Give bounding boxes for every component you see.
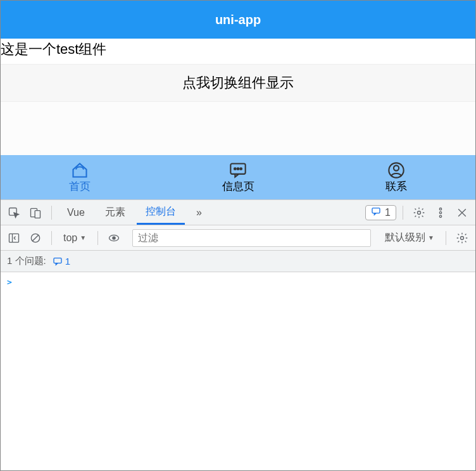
close-devtools-button[interactable] xyxy=(453,203,472,222)
separator xyxy=(51,206,52,220)
app-header: uni-app xyxy=(1,1,475,39)
devtools-tab-elements[interactable]: 元素 xyxy=(96,200,134,225)
dropdown-caret-icon: ▼ xyxy=(428,234,434,241)
issues-bar: 1 个问题: 1 xyxy=(1,251,475,272)
console-settings-button[interactable] xyxy=(453,229,472,248)
message-icon xyxy=(371,206,381,219)
toggle-component-button[interactable]: 点我切换组件显示 xyxy=(1,64,475,102)
separator xyxy=(446,231,446,245)
log-level-label: 默认级别 xyxy=(385,231,425,244)
console-sidebar-toggle[interactable] xyxy=(4,229,23,248)
separator xyxy=(97,231,98,245)
kebab-menu-button[interactable] xyxy=(431,203,450,222)
svg-point-11 xyxy=(439,208,441,210)
svg-point-17 xyxy=(113,236,115,239)
home-icon xyxy=(71,161,89,178)
settings-button[interactable] xyxy=(410,203,429,222)
devtools-tab-vue[interactable]: Vue xyxy=(58,200,94,225)
chat-icon xyxy=(229,161,247,178)
tab-contact-label: 联系 xyxy=(385,179,407,194)
console-toolbar: top ▼ 默认级别 ▼ xyxy=(1,225,475,251)
issues-label: 1 个问题: xyxy=(7,255,46,267)
tab-bar: 首页 信息页 联系 xyxy=(1,155,475,199)
clear-console-button[interactable] xyxy=(26,229,45,248)
issues-badge[interactable]: 1 xyxy=(53,256,70,267)
context-selector-label: top xyxy=(63,232,77,244)
svg-point-5 xyxy=(394,165,399,170)
tab-home-label: 首页 xyxy=(69,179,91,194)
console-prompt: > xyxy=(7,277,12,287)
log-level-selector[interactable]: 默认级别 ▼ xyxy=(380,230,439,246)
context-selector[interactable]: top ▼ xyxy=(58,231,91,245)
issues-count: 1 xyxy=(65,256,70,267)
component-text: 这是一个test组件 xyxy=(1,39,475,60)
svg-point-18 xyxy=(461,236,464,239)
messages-badge[interactable]: 1 xyxy=(365,205,396,220)
toggle-component-label: 点我切换组件显示 xyxy=(182,75,294,91)
separator xyxy=(51,231,52,245)
devtools-panel: Vue 元素 控制台 » 1 top ▼ xyxy=(1,199,475,465)
dropdown-caret-icon: ▼ xyxy=(80,234,86,241)
svg-point-3 xyxy=(240,168,242,170)
svg-point-10 xyxy=(418,211,421,214)
svg-rect-9 xyxy=(372,208,380,213)
console-body[interactable]: > xyxy=(1,272,475,465)
devtools-tab-console[interactable]: 控制台 xyxy=(137,200,185,225)
console-filter-input[interactable] xyxy=(132,229,371,247)
live-expression-button[interactable] xyxy=(104,229,123,248)
app-title: uni-app xyxy=(215,13,261,27)
svg-point-2 xyxy=(237,168,239,170)
blank-area xyxy=(1,102,475,155)
devtools-more-tabs[interactable]: » xyxy=(187,200,211,225)
separator xyxy=(403,206,403,220)
svg-point-12 xyxy=(439,211,441,213)
messages-count: 1 xyxy=(385,207,391,218)
svg-point-13 xyxy=(439,215,441,217)
user-icon xyxy=(387,161,405,178)
tab-contact[interactable]: 联系 xyxy=(317,155,475,199)
inspect-element-button[interactable] xyxy=(4,203,23,222)
tab-messages[interactable]: 信息页 xyxy=(159,155,317,199)
svg-rect-19 xyxy=(54,258,61,263)
svg-point-1 xyxy=(234,168,236,170)
device-toggle-button[interactable] xyxy=(26,203,45,222)
devtools-main-toolbar: Vue 元素 控制台 » 1 xyxy=(1,200,475,225)
tab-home[interactable]: 首页 xyxy=(1,155,159,199)
svg-rect-8 xyxy=(35,210,40,218)
tab-messages-label: 信息页 xyxy=(222,179,254,194)
